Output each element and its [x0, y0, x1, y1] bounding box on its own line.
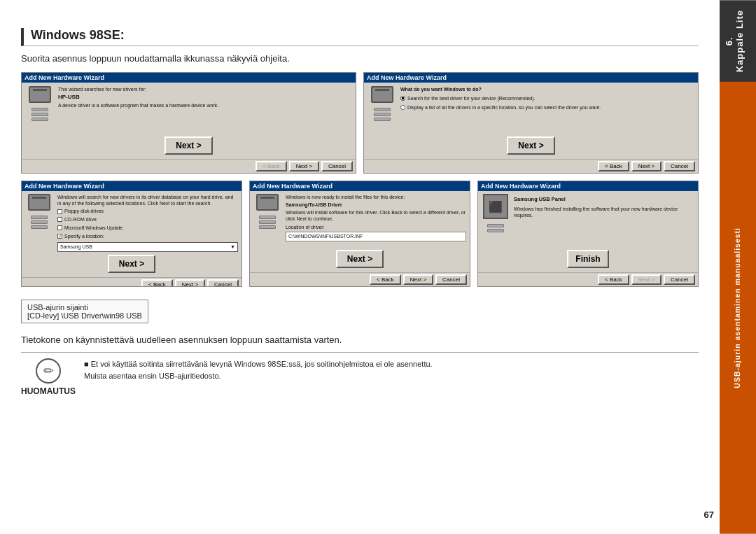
next-btn-bottom-1[interactable]: Next >: [289, 161, 319, 171]
sidebar-usb-text: USB-ajurin asentaminen manuaalisesti: [720, 82, 756, 534]
monitor-icon-4: [256, 194, 279, 211]
next-button-2[interactable]: Next >: [507, 136, 554, 155]
cancel-button-3[interactable]: Cancel: [207, 279, 239, 287]
note-box: ✏ HUOMAUTUS ■ Et voi käyttää soitinta si…: [21, 352, 699, 396]
wizard-icon-1: [26, 86, 54, 134]
checkbox-floppy: Floppy disk drives: [57, 208, 238, 215]
checkbox-cdrom-label: CD-ROM drive: [64, 216, 97, 223]
usb-location-label: USB-ajurin sijainti: [27, 303, 142, 311]
disk-1: [31, 108, 48, 111]
next-btn-bottom-4[interactable]: Next >: [403, 274, 433, 285]
disk-b: [374, 113, 391, 116]
wizard-text-4-line1: Windows is now ready to install the file…: [286, 194, 466, 200]
cancel-button-5[interactable]: Cancel: [664, 274, 695, 285]
usb-device-icon: ⬛: [483, 194, 508, 219]
back-button-1[interactable]: < Back: [255, 161, 287, 171]
radio-group: Search for the best driver for your devi…: [400, 95, 694, 111]
monitor-icon: [29, 86, 51, 103]
back-button-4[interactable]: < Back: [370, 274, 401, 285]
back-button-3[interactable]: < Back: [141, 279, 173, 287]
finish-button[interactable]: Finish: [567, 250, 608, 268]
dropdown-value: Samsung USB: [60, 244, 92, 251]
wizard-icon-3: [25, 194, 53, 252]
back-button-2[interactable]: < Back: [598, 161, 629, 171]
disk-2: [31, 113, 48, 116]
radio-label-1: Search for the best driver for your devi…: [407, 95, 535, 102]
screenshots-row-2: Add New Hardware Wizard Windows: [21, 181, 699, 287]
disk-icons-4: [259, 216, 276, 229]
screenshot-5: Add New Hardware Wizard ⬛: [477, 181, 699, 287]
cancel-button-2[interactable]: Cancel: [664, 161, 695, 171]
next-button-4[interactable]: Next >: [336, 250, 384, 268]
disk-icons-2: [374, 108, 391, 121]
wizard-titlebar-3: Add New Hardware Wizard: [22, 181, 241, 191]
cancel-button-1[interactable]: Cancel: [321, 161, 353, 171]
wizard-text-line1: This wizard searches for new drivers for…: [58, 86, 351, 92]
wizard-icon-4: [253, 194, 281, 247]
wizard-titlebar-5: Add New Hardware Wizard: [478, 181, 698, 191]
disk-icons-3: [31, 216, 48, 229]
radio-label-2: Display a list of all the drivers in a s…: [407, 104, 601, 111]
wizard-device-name: HP-USB: [58, 94, 351, 101]
back-button-5[interactable]: < Back: [598, 274, 629, 285]
note-icon-area: ✏ HUOMAUTUS: [21, 358, 76, 396]
usb-device-text: Samsung USB Panel: [514, 196, 694, 204]
wizard-text-4-line2: Windows will install software for this d…: [286, 209, 466, 222]
wizard-text-line2: A device driver is a software program th…: [58, 102, 351, 108]
radio-item-1: Search for the best driver for your devi…: [400, 95, 694, 102]
monitor-icon-3: [28, 194, 50, 211]
radio-item-2: Display a list of all the drivers in a s…: [400, 104, 694, 111]
next-btn-bottom-5[interactable]: Next >: [631, 274, 662, 285]
checkbox-winupdate-label: Microsoft Windows Update: [64, 225, 122, 232]
wizard-device-4: Samsung/To-USB Driver: [286, 202, 466, 208]
sidebar-chapter-number: 6. Kappale Lite: [720, 0, 756, 82]
checkbox-specify: Specify a location:: [57, 233, 238, 240]
wizard-path: C:\WINDOWS\INF\USBSTOR.INF: [286, 232, 466, 241]
next-button-1[interactable]: Next >: [164, 136, 212, 155]
disk-a: [374, 108, 391, 111]
screenshot-1: Add New Hardware Wizard This wi: [21, 72, 356, 174]
note-content: ■ Et voi käyttää soitinta siirrettävänä …: [84, 358, 699, 381]
usb-icon-symbol: ⬛: [489, 200, 503, 213]
wizard-location-label: Location of driver:: [286, 224, 466, 230]
checkbox-winupdate-box: [57, 225, 62, 230]
disk-3: [31, 118, 48, 121]
next-button-3[interactable]: Next >: [108, 255, 155, 273]
note-line-1: ■ Et voi käyttää soitinta siirrettävänä …: [84, 358, 699, 370]
checkbox-cdrom: CD-ROM drive: [57, 216, 238, 223]
cancel-button-4[interactable]: Cancel: [435, 274, 467, 285]
wizard-buttons-4: < Back Next > Cancel: [250, 272, 470, 286]
next-btn-bottom-2[interactable]: Next >: [631, 161, 662, 171]
main-content: Windows 98SE: Suorita asennus loppuun no…: [0, 0, 720, 534]
monitor-icon-2: [371, 86, 393, 103]
disk-f: [31, 225, 48, 229]
usb-location-path: [CD-levy] \USB Driver\win98 USB: [27, 311, 142, 320]
disk-j: [487, 224, 504, 227]
wizard-text-5: Samsung USB Panel Windows has finished i…: [514, 194, 694, 247]
wizard-text-3: Windows will search for new drivers in i…: [57, 194, 238, 252]
checkbox-winupdate: Microsoft Windows Update: [57, 225, 238, 232]
checkbox-cdrom-box: [57, 217, 62, 222]
dropdown-arrow: ▼: [230, 244, 235, 251]
disk-h: [259, 220, 276, 224]
wizard-text-3-line1: Windows will search for new drivers in i…: [57, 194, 238, 206]
sidebar: 6. Kappale Lite USB-ajurin asentaminen m…: [720, 0, 756, 534]
checkbox-group: Floppy disk drives CD-ROM drive Microsof…: [57, 208, 238, 252]
location-dropdown[interactable]: Samsung USB ▼: [57, 242, 238, 252]
radio-dot-2: [400, 105, 405, 110]
next-btn-bottom-3[interactable]: Next >: [175, 279, 205, 287]
screenshot-4: Add New Hardware Wizard Windows: [249, 181, 470, 287]
wizard-text-1: This wizard searches for new drivers for…: [58, 86, 351, 134]
disk-icons-5: [487, 224, 504, 232]
wizard-icon-2: [368, 86, 396, 134]
note-line-2: Muista asentaa ensin USB-ajuritiedosto.: [84, 370, 699, 382]
disk-icons: [31, 108, 48, 121]
disk-i: [259, 225, 276, 229]
usb-location-box: USB-ajurin sijainti [CD-levy] \USB Drive…: [21, 300, 148, 323]
wizard-buttons-3: < Back Next > Cancel: [22, 277, 241, 287]
disk-e: [31, 220, 48, 224]
intro-text: Suorita asennus loppuun noudattamalla ik…: [21, 53, 699, 64]
wizard-text-4: Windows is now ready to install the file…: [286, 194, 466, 247]
disk-c: [374, 118, 391, 121]
wizard-titlebar-2: Add New Hardware Wizard: [364, 73, 698, 83]
